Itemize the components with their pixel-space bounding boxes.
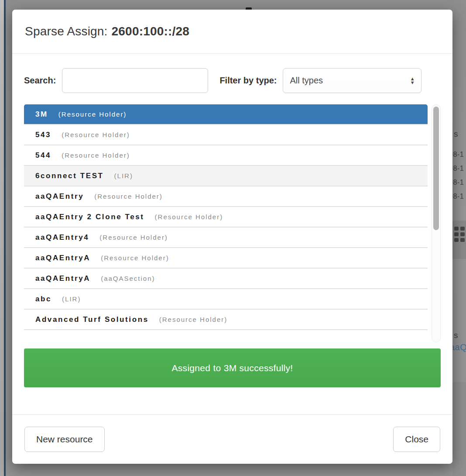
- resource-type: (Resource Holder): [58, 110, 127, 118]
- resource-name: 544: [35, 151, 51, 160]
- resource-name: aaQAEntryA: [35, 254, 90, 262]
- resource-list-item[interactable]: 3M (Resource Holder): [24, 104, 428, 125]
- search-input[interactable]: [62, 68, 208, 93]
- resource-list-item[interactable]: abc (LIR): [24, 289, 428, 310]
- modal-title: Sparse Assign:2600:100::/28: [25, 24, 189, 38]
- resource-type: (Resource Holder): [99, 234, 168, 241]
- resource-type: (Resource Holder): [159, 316, 228, 323]
- type-filter-selected-value: All types: [290, 76, 323, 86]
- resource-list-item[interactable]: aaQAEntry (Resource Holder): [24, 186, 428, 207]
- sparse-assign-modal: Sparse Assign:2600:100::/28 Search: Filt…: [12, 10, 452, 464]
- resource-name: 543: [35, 131, 51, 139]
- close-button[interactable]: Close: [393, 427, 440, 452]
- select-spinner-icon: ▲▼: [410, 77, 415, 85]
- background-page-left-strip: [0, 0, 4, 476]
- resource-type: (LIR): [62, 295, 81, 303]
- resource-type: (Resource Holder): [101, 254, 169, 262]
- background-page-border-line: [4, 0, 6, 476]
- resource-type: (Resource Holder): [94, 193, 163, 200]
- background-text-fragment: s: [454, 331, 458, 340]
- new-resource-button[interactable]: New resource: [24, 427, 105, 452]
- resource-name: abc: [35, 295, 51, 304]
- grid-icon: [454, 227, 466, 245]
- resource-list-item[interactable]: 6connect TEST (LIR): [24, 166, 428, 186]
- resource-list-item[interactable]: Advanced Turf Solutions (Resource Holder…: [24, 310, 428, 330]
- resource-type: (Resource Holder): [62, 152, 130, 159]
- resource-type: (LIR): [114, 172, 133, 179]
- resource-list-item[interactable]: 543 (Resource Holder): [24, 125, 428, 145]
- resource-name: aaQAEntry4: [35, 233, 89, 242]
- resource-list-item[interactable]: 544 (Resource Holder): [24, 145, 428, 166]
- resource-name: 3M: [35, 110, 48, 119]
- search-filter-row: Search: Filter by type: All types ▲▼: [24, 68, 441, 93]
- success-alert-message: Assigned to 3M successfully!: [171, 363, 293, 373]
- resource-list-item[interactable]: aaQAEntryA (aaQASection): [24, 269, 428, 289]
- resource-type: (Resource Holder): [155, 213, 223, 221]
- resource-list-wrap: 3M (Resource Holder) 543 (Resource Holde…: [24, 104, 441, 342]
- resource-name: Advanced Turf Solutions: [35, 315, 149, 324]
- resource-list-item[interactable]: aaQAEntry 2 Clone Test (Resource Holder): [24, 207, 428, 228]
- background-text-fragment: s: [454, 129, 458, 139]
- success-alert: Assigned to 3M successfully!: [24, 348, 441, 387]
- search-label: Search:: [24, 76, 56, 86]
- modal-title-prefix: Sparse Assign:: [25, 24, 108, 38]
- list-scrollbar-track[interactable]: [432, 104, 441, 342]
- resource-name: 6connect TEST: [35, 172, 104, 180]
- modal-title-resource: 2600:100::/28: [112, 24, 190, 38]
- type-filter-select[interactable]: All types ▲▼: [283, 68, 421, 93]
- modal-header: Sparse Assign:2600:100::/28: [12, 10, 452, 54]
- resource-list: 3M (Resource Holder) 543 (Resource Holde…: [24, 104, 428, 342]
- resource-type: (Resource Holder): [62, 131, 130, 138]
- resource-name: aaQAEntry 2 Clone Test: [35, 213, 144, 221]
- list-scrollbar-thumb[interactable]: [433, 107, 439, 230]
- resource-list-item[interactable]: aaQAEntryA (Resource Holder): [24, 248, 428, 269]
- modal-body: Search: Filter by type: All types ▲▼ 3M …: [12, 54, 452, 414]
- filter-by-type-label: Filter by type:: [219, 76, 277, 86]
- resource-list-item[interactable]: aaQAEntry4 (Resource Holder): [24, 228, 428, 248]
- resource-name: aaQAEntry: [35, 192, 84, 201]
- background-band: [452, 382, 466, 476]
- resource-name: aaQAEntryA: [35, 274, 90, 283]
- resource-type: (aaQASection): [101, 275, 155, 282]
- modal-footer: New resource Close: [12, 414, 452, 464]
